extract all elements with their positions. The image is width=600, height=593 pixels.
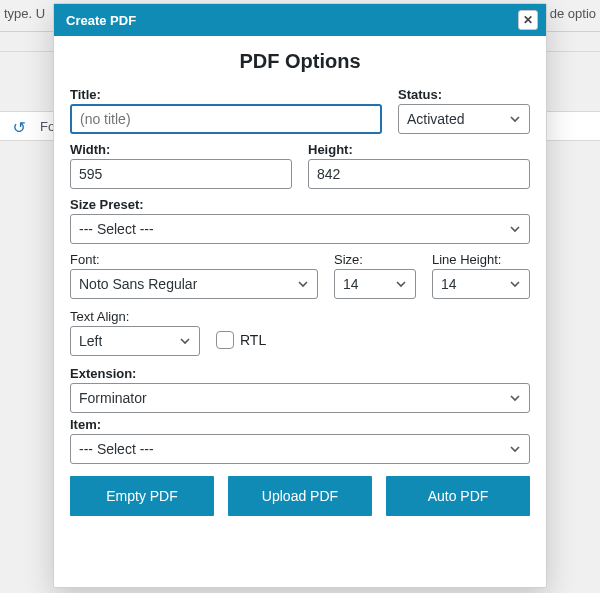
status-select[interactable]: Activated: [398, 104, 530, 134]
dialog-header: Create PDF ✕: [54, 4, 546, 36]
size-preset-value: --- Select ---: [79, 221, 154, 237]
font-select[interactable]: Noto Sans Regular: [70, 269, 318, 299]
text-align-label: Text Align:: [70, 309, 200, 324]
create-pdf-dialog: Create PDF ✕ PDF Options Title: Status: …: [53, 3, 547, 588]
upload-pdf-button[interactable]: Upload PDF: [228, 476, 372, 516]
text-align-select[interactable]: Left: [70, 326, 200, 356]
item-value: --- Select ---: [79, 441, 154, 457]
auto-pdf-button[interactable]: Auto PDF: [386, 476, 530, 516]
chevron-down-icon: [509, 278, 521, 290]
line-height-value: 14: [441, 276, 457, 292]
chevron-down-icon: [509, 113, 521, 125]
size-value: 14: [343, 276, 359, 292]
font-value: Noto Sans Regular: [79, 276, 197, 292]
extension-value: Forminator: [79, 390, 147, 406]
close-button[interactable]: ✕: [518, 10, 538, 30]
rtl-label: RTL: [240, 332, 266, 348]
line-height-label: Line Height:: [432, 252, 530, 267]
size-label: Size:: [334, 252, 416, 267]
chevron-down-icon: [179, 335, 191, 347]
width-label: Width:: [70, 142, 292, 157]
bg-text-right: de optio: [550, 6, 596, 21]
extension-select[interactable]: Forminator: [70, 383, 530, 413]
text-align-value: Left: [79, 333, 102, 349]
extension-label: Extension:: [70, 366, 530, 381]
empty-pdf-button[interactable]: Empty PDF: [70, 476, 214, 516]
chevron-down-icon: [297, 278, 309, 290]
rtl-checkbox[interactable]: [216, 331, 234, 349]
size-select[interactable]: 14: [334, 269, 416, 299]
font-label: Font:: [70, 252, 318, 267]
size-preset-label: Size Preset:: [70, 197, 530, 212]
redo-icon[interactable]: ↻: [10, 118, 26, 134]
height-label: Height:: [308, 142, 530, 157]
chevron-down-icon: [509, 392, 521, 404]
line-height-select[interactable]: 14: [432, 269, 530, 299]
item-select[interactable]: --- Select ---: [70, 434, 530, 464]
close-icon: ✕: [523, 13, 533, 27]
title-input[interactable]: [70, 104, 382, 134]
size-preset-select[interactable]: --- Select ---: [70, 214, 530, 244]
bg-text-left: type. U: [4, 6, 45, 21]
chevron-down-icon: [395, 278, 407, 290]
height-input[interactable]: [308, 159, 530, 189]
status-label: Status:: [398, 87, 530, 102]
dialog-header-title: Create PDF: [66, 13, 136, 28]
title-label: Title:: [70, 87, 382, 102]
chevron-down-icon: [509, 443, 521, 455]
width-input[interactable]: [70, 159, 292, 189]
dialog-title: PDF Options: [70, 50, 530, 73]
status-value: Activated: [407, 111, 465, 127]
item-label: Item:: [70, 417, 530, 432]
chevron-down-icon: [509, 223, 521, 235]
